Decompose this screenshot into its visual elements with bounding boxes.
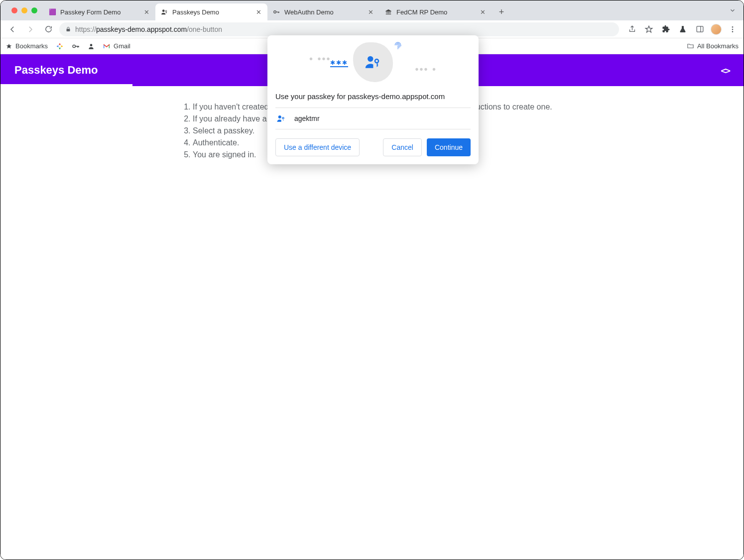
svg-rect-4 [697,26,703,32]
close-icon[interactable]: ✕ [142,8,150,16]
browser-tab[interactable]: 🟪 Passkey Form Demo ✕ [43,3,155,20]
svg-point-8 [73,45,75,47]
browser-tab-strip: 🟪 Passkey Form Demo ✕ Passkeys Demo ✕ We… [0,0,744,20]
browser-tab-active[interactable]: Passkeys Demo ✕ [155,3,267,20]
bank-favicon-icon [384,8,392,16]
svg-point-11 [375,59,378,63]
forward-button[interactable] [23,22,37,36]
star-icon[interactable] [643,23,655,35]
svg-point-7 [732,31,734,32]
svg-point-2 [274,11,276,13]
close-icon[interactable]: ✕ [479,8,487,16]
svg-point-13 [282,117,284,119]
dialog-hero-image: ✱✱✱ • ••• ••• • [267,35,479,89]
bookmarks-item[interactable]: Bookmarks [5,42,48,50]
bookmark-label: Gmail [114,42,130,50]
back-button[interactable] [5,22,19,36]
use-different-device-button[interactable]: Use a different device [275,138,360,156]
tab-title: Passkey Form Demo [60,8,138,16]
all-bookmarks-button[interactable]: All Bookmarks [687,42,739,50]
lock-icon [65,26,71,32]
bookmark-label: Bookmarks [15,42,48,50]
tab-title: Passkeys Demo [172,8,250,16]
tab-title: FedCM RP Demo [396,8,475,16]
browser-tab[interactable]: FedCM RP Demo ✕ [379,3,492,20]
tab-overflow-button[interactable] [727,4,739,16]
active-tab-indicator [0,84,132,86]
svg-point-9 [90,44,93,46]
close-icon[interactable]: ✕ [367,8,374,16]
close-icon[interactable]: ✕ [254,8,262,16]
address-bar[interactable]: https://passkeys-demo.appspot.com/one-bu… [59,22,619,36]
account-username: agektmr [294,114,320,122]
new-tab-button[interactable]: + [495,5,508,19]
bookmark-label: All Bookmarks [697,42,739,50]
tab-title: WebAuthn Demo [284,8,363,16]
window-minimize-button[interactable] [21,7,27,13]
extensions-icon[interactable] [660,23,672,35]
fingerprint-icon [392,40,404,52]
url-text: https://passkeys-demo.appspot.com/one-bu… [75,25,222,33]
favicon-icon: 🟪 [48,8,56,16]
window-maximize-button[interactable] [31,7,37,13]
cancel-button[interactable]: Cancel [383,138,422,156]
window-controls [5,0,43,20]
app-title: Passkeys Demo [14,64,98,77]
bookmark-person[interactable] [88,43,95,50]
key-favicon-icon [272,8,280,16]
passkey-hero-icon [364,53,381,70]
sidepanel-icon[interactable] [694,23,706,35]
browser-tab[interactable]: WebAuthn Demo ✕ [267,3,379,20]
code-toggle-icon[interactable]: <> [721,65,730,76]
profile-avatar[interactable] [711,24,722,35]
dialog-title: Use your passkey for passkeys-demo.appsp… [275,89,471,108]
bookmark-key[interactable] [72,42,80,50]
chrome-menu-icon[interactable] [727,23,739,35]
passkey-account-row[interactable]: agektmr [275,108,471,129]
svg-point-12 [278,115,281,118]
svg-point-0 [162,9,165,12]
labs-icon[interactable] [677,23,689,35]
share-icon[interactable] [626,23,638,35]
svg-point-1 [165,10,167,12]
continue-button[interactable]: Continue [427,138,471,156]
svg-point-6 [732,28,734,30]
svg-point-10 [368,56,373,62]
bookmark-gmail[interactable]: Gmail [103,42,130,50]
svg-rect-3 [67,29,70,31]
passkey-dialog: ✱✱✱ • ••• ••• • Use your passkey for pas… [267,35,479,164]
reload-button[interactable] [41,22,55,36]
passkey-icon [276,114,285,123]
svg-point-5 [732,26,734,28]
passkey-favicon-icon [160,8,168,16]
window-close-button[interactable] [11,7,17,13]
bookmark-photos[interactable] [56,42,64,50]
